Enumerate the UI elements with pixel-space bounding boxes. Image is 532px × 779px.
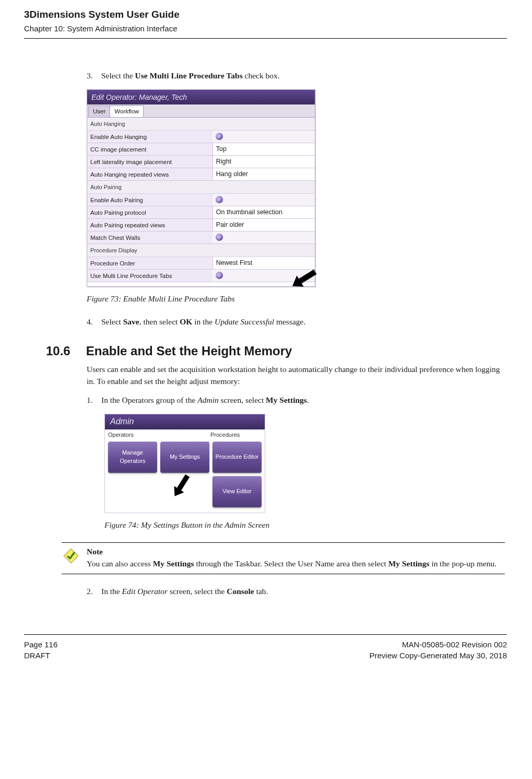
note-block: Note You can also access My Settings thr… [62, 542, 505, 574]
tab-workflow[interactable]: Workflow [110, 106, 144, 117]
row-auto-pairing-protocol: Auto Pairing protocol On thumbnail selec… [87, 206, 315, 219]
header-rule [24, 38, 507, 39]
doc-footer: Page 116 DRAFT MAN-05085-002 Revision 00… [24, 639, 507, 662]
step-2b: 2. In the Edit Operator screen, select t… [87, 586, 505, 597]
text-fragment: screen, select the [168, 587, 227, 596]
row-use-multiline-tabs: Use Multi Line Procedure Tabs ✓ [87, 270, 315, 282]
text-fragment: through the Taskbar. Select the User Nam… [194, 559, 388, 568]
row-value[interactable]: Top [212, 143, 315, 155]
text-fragment: message. [274, 317, 305, 326]
step-1b-text: In the Operators group of the Admin scre… [101, 394, 505, 406]
step-2b-number: 2. [87, 586, 101, 597]
row-label: Auto Pairing repeated views [87, 219, 212, 231]
figure-74-caption: Figure 74: My Settings Button in the Adm… [104, 519, 505, 531]
row-auto-pairing-repeated: Auto Pairing repeated views Pair older [87, 219, 315, 231]
step-2b-text: In the Edit Operator screen, select the … [101, 586, 505, 597]
footer-draft: DRAFT [24, 650, 57, 661]
step-3-text: Select the Use Multi Line Procedure Tabs… [101, 70, 505, 82]
bold-ui: Use Multi Line Procedure Tabs [135, 71, 243, 80]
row-label: Use Multi Line Procedure Tabs [87, 270, 212, 282]
text-fragment: check box. [243, 71, 280, 80]
italic-term: Edit Operator [122, 587, 168, 596]
admin-titlebar: Admin [105, 414, 265, 429]
step-4-number: 4. [87, 316, 101, 328]
row-match-chest-walls: Match Chest Walls ✓ [87, 231, 315, 244]
text-fragment: Select [101, 317, 123, 326]
section-10-6-heading: 10.6 Enable and Set the Height Memory [46, 342, 505, 361]
tile-my-settings[interactable]: My Settings [160, 441, 209, 473]
row-value[interactable]: ✓ [212, 131, 315, 143]
row-label: Enable Auto Pairing [87, 194, 212, 206]
bold-ui: My Settings [266, 396, 307, 404]
section-number: 10.6 [46, 342, 70, 361]
doc-chapter: Chapter 10: System Administration Interf… [24, 23, 507, 34]
text-fragment: in the pop-up menu. [430, 559, 497, 568]
row-auto-hanging-repeated: Auto Hanging repeated views Hang older [87, 168, 315, 181]
group-auto-hanging: Auto Hanging [87, 118, 315, 131]
group-procedure-display: Procedure Display [87, 244, 315, 257]
row-label: Enable Auto Hanging [87, 131, 212, 143]
row-enable-auto-hanging: Enable Auto Hanging ✓ [87, 131, 315, 143]
bold-ui: Save [123, 317, 139, 326]
step-4-text: Select Save, then select OK in the Updat… [101, 316, 505, 328]
row-value[interactable]: Right [212, 156, 315, 168]
row-value[interactable]: Pair older [212, 219, 315, 231]
check-icon: ✓ [216, 234, 223, 241]
text-fragment: In the Operators group of the [101, 396, 197, 404]
row-value[interactable]: ✓ [212, 194, 315, 206]
footer-date: Preview Copy-Generated May 30, 2018 [370, 650, 507, 661]
row-value[interactable]: On thumbnail selection [212, 206, 315, 218]
text-fragment: . [307, 396, 309, 404]
step-3: 3. Select the Use Multi Line Procedure T… [87, 70, 505, 82]
step-1b: 1. In the Operators group of the Admin s… [87, 394, 505, 406]
row-value[interactable]: ✓ [212, 270, 315, 282]
row-label: Auto Hanging repeated views [87, 168, 212, 180]
check-icon: ✓ [216, 272, 223, 279]
tile-procedure-editor[interactable]: Procedure Editor [212, 441, 262, 473]
col-head-operators: Operators [108, 431, 159, 439]
row-value[interactable]: Hang older [212, 168, 315, 180]
section-paragraph: Users can enable and set the acquisition… [87, 364, 505, 387]
note-icon [62, 546, 80, 569]
step-1b-number: 1. [87, 394, 101, 406]
row-left-laterality: Left laterality image placement Right [87, 156, 315, 168]
check-icon: ✓ [216, 133, 223, 140]
svg-marker-0 [289, 266, 318, 292]
figure-74-admin: Admin Operators Procedures Manage Operat… [104, 414, 265, 513]
bold-ui: My Settings [388, 559, 430, 568]
row-label: Match Chest Walls [87, 231, 212, 243]
step-3-number: 3. [87, 70, 101, 82]
col-head-spacer [159, 431, 210, 439]
bold-ui: OK [180, 317, 192, 326]
admin-heads: Operators Procedures [105, 429, 265, 439]
bold-ui: My Settings [153, 559, 194, 568]
text-fragment: In the [101, 587, 122, 596]
note-text: Note You can also access My Settings thr… [87, 546, 505, 569]
tile-view-editor[interactable]: View Editor [212, 476, 262, 507]
row-cc-image-placement: CC image placement Top [87, 143, 315, 156]
tile-manage-operators[interactable]: Manage Operators [108, 441, 157, 473]
row-enable-auto-pairing: Enable Auto Pairing ✓ [87, 194, 315, 206]
row-label: Left laterality image placement [87, 156, 212, 168]
step-4: 4. Select Save, then select OK in the Up… [87, 316, 505, 328]
row-value[interactable]: ✓ [212, 231, 315, 243]
text-fragment: Select the [101, 71, 135, 80]
row-procedure-order: Procedure Order Newest First [87, 257, 315, 270]
row-value[interactable]: Newest First [212, 257, 315, 269]
tab-user[interactable]: User [88, 106, 110, 117]
row-label: Procedure Order [87, 257, 212, 269]
row-label: CC image placement [87, 143, 212, 155]
edit-operator-titlebar: Edit Operator: Manager, Tech [87, 90, 315, 104]
col-head-procedures: Procedures [210, 431, 262, 439]
note-heading: Note [87, 547, 103, 556]
check-icon: ✓ [216, 196, 223, 203]
group-auto-pairing: Auto Pairing [87, 181, 315, 194]
footer-page: Page 116 [24, 639, 57, 650]
text-fragment: You can also access [87, 559, 153, 568]
row-label: Auto Pairing protocol [87, 206, 212, 218]
section-title: Enable and Set the Height Memory [86, 342, 292, 361]
text-fragment: , then select [139, 317, 180, 326]
text-fragment: screen, select [219, 396, 266, 404]
bold-ui: Console [227, 587, 254, 596]
footer-doc-id: MAN-05085-002 Revision 002 [370, 639, 507, 650]
